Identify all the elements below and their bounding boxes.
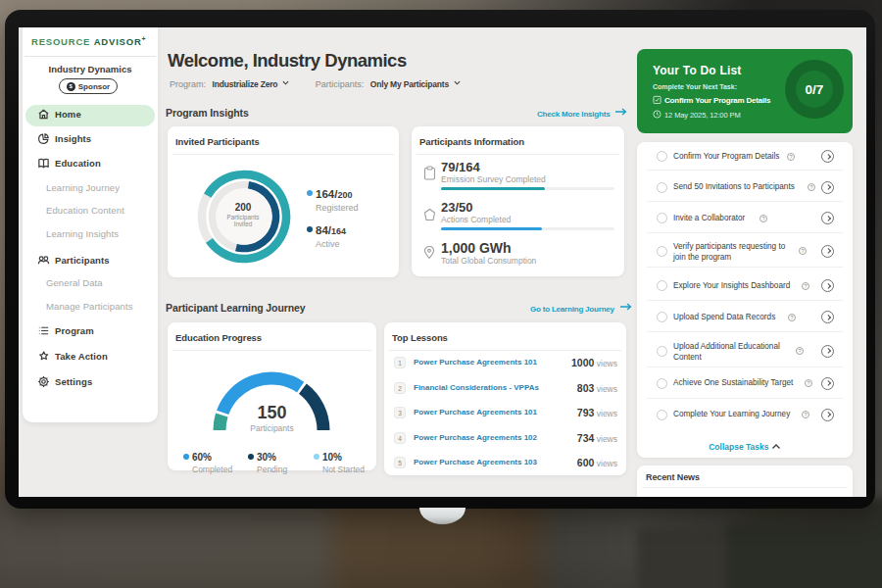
svg-text:200: 200: [235, 202, 252, 213]
svg-text:Invited: Invited: [234, 220, 253, 227]
svg-text:0/7: 0/7: [806, 82, 824, 97]
